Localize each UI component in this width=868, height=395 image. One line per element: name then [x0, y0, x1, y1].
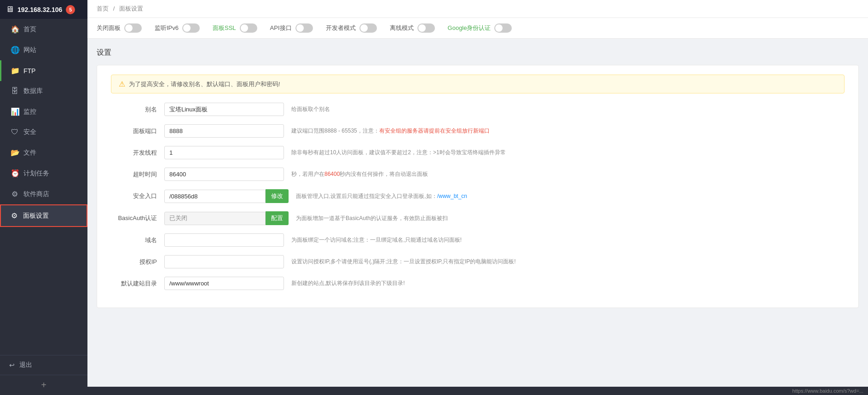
hint-domain: 为面板绑定一个访问域名;注意：一旦绑定域名,只能通过域名访问面板! — [291, 236, 845, 244]
logout-icon: ↩ — [9, 361, 15, 369]
home-icon: 🏠 — [11, 25, 19, 34]
input-default-dir[interactable] — [164, 277, 284, 290]
sidebar-label-monitor: 监控 — [23, 108, 36, 116]
logout-label: 退出 — [19, 361, 32, 369]
sidebar-label-appstore: 软件商店 — [23, 190, 49, 198]
toggle-switch-ipv6[interactable] — [182, 23, 200, 33]
toggle-label-api: API接口 — [270, 24, 292, 32]
hint-timeout: 秒，若用户在86400秒内没有任何操作，将自动退出面板 — [291, 170, 845, 178]
ftp-icon: 📁 — [11, 66, 19, 75]
sidebar-item-security[interactable]: 🛡 安全 — [0, 122, 87, 142]
sidebar-item-monitor[interactable]: 📊 监控 — [0, 101, 87, 122]
warning-icon: ⚠ — [119, 80, 125, 88]
store-icon: ⚙ — [11, 190, 19, 198]
toggle-close-panel: 关闭面板 — [97, 23, 142, 33]
form-row-basicauth: BasicAuth认证 配置 为面板增加一道基于BasicAuth的认证服务，有… — [111, 211, 845, 225]
status-bar: https://www.baidu.com/s?wd=... — [87, 387, 868, 395]
label-security-entry: 安全入口 — [111, 192, 157, 200]
hint-timeout-highlight: 86400 — [324, 171, 340, 177]
sidebar-label-security: 安全 — [23, 128, 36, 136]
input-domain[interactable] — [164, 233, 284, 247]
label-alias: 别名 — [111, 105, 157, 114]
add-button[interactable]: + — [0, 375, 87, 395]
toggle-devmode: 开发者模式 — [326, 23, 377, 33]
sidebar-nav: 🏠 首页 🌐 网站 📁 FTP 🗄 数据库 📊 监控 🛡 安全 📂 文件 ⏰ — [0, 19, 87, 355]
basicauth-group: 配置 — [164, 211, 289, 225]
toggle-switch-ssl[interactable] — [240, 23, 257, 33]
sidebar-label-website: 网站 — [23, 46, 36, 54]
alert-warning: ⚠ 为了提高安全，请修改别名、默认端口、面板用户和密码! — [111, 75, 845, 93]
toggle-switch-devmode[interactable] — [359, 23, 377, 33]
breadcrumb-current: 面板设置 — [119, 5, 143, 12]
label-threads: 开发线程 — [111, 149, 157, 157]
settings-title: 设置 — [97, 48, 859, 58]
form-row-default-dir: 默认建站目录 新创建的站点,默认将保存到该目录的下级目录! — [111, 277, 845, 290]
sidebar-label-panel-settings: 面板设置 — [23, 212, 49, 220]
config-basicauth-button[interactable]: 配置 — [266, 211, 289, 225]
form-row-port: 面板端口 建议端口范围8888 - 65535，注意：有安全组的服务器请提前在安… — [111, 124, 845, 138]
sidebar: 🖥 192.168.32.106 5 🏠 首页 🌐 网站 📁 FTP 🗄 数据库… — [0, 0, 87, 395]
label-basicauth: BasicAuth认证 — [111, 214, 157, 222]
form-row-alias: 别名 给面板取个别名 — [111, 103, 845, 116]
toggle-google-auth: Google身份认证 — [448, 23, 512, 33]
sidebar-label-crontab: 计划任务 — [23, 169, 49, 178]
sidebar-item-database[interactable]: 🗄 数据库 — [0, 81, 87, 101]
settings-icon: ⚙ — [10, 211, 18, 220]
label-timeout: 超时时间 — [111, 170, 157, 179]
toggle-label-ipv6: 监听IPv6 — [155, 24, 179, 32]
sidebar-label-home: 首页 — [23, 25, 36, 34]
alert-text: 为了提高安全，请修改别名、默认端口、面板用户和密码! — [129, 80, 280, 88]
form-row-timeout: 超时时间 秒，若用户在86400秒内没有任何操作，将自动退出面板 — [111, 168, 845, 181]
sidebar-item-home[interactable]: 🏠 首页 — [0, 19, 87, 40]
toggle-label-ssl: 面板SSL — [213, 24, 236, 32]
sidebar-item-appstore[interactable]: ⚙ 软件商店 — [0, 184, 87, 204]
input-auth-ip[interactable] — [164, 255, 284, 268]
security-entry-group: 修改 — [164, 189, 289, 203]
input-port[interactable] — [164, 124, 284, 138]
toggle-api: API接口 — [270, 23, 313, 33]
sidebar-item-panel-settings[interactable]: ⚙ 面板设置 — [0, 204, 87, 227]
breadcrumb: 首页 / 面板设置 — [87, 0, 868, 18]
toggle-offline: 离线模式 — [390, 23, 435, 33]
sidebar-label-database: 数据库 — [23, 87, 43, 95]
toggle-switch-offline[interactable] — [417, 23, 435, 33]
input-alias[interactable] — [164, 103, 284, 116]
sidebar-item-website[interactable]: 🌐 网站 — [0, 40, 87, 60]
hint-default-dir: 新创建的站点,默认将保存到该目录的下级目录! — [291, 279, 845, 287]
folder-icon: 📂 — [11, 148, 19, 157]
breadcrumb-home[interactable]: 首页 — [97, 5, 109, 12]
settings-card: ⚠ 为了提高安全，请修改别名、默认端口、面板用户和密码! 别名 给面板取个别名 … — [97, 65, 859, 308]
input-timeout[interactable] — [164, 168, 284, 181]
sidebar-item-ftp[interactable]: 📁 FTP — [0, 60, 87, 81]
form-row-security-entry: 安全入口 修改 面板管理入口,设置后只能通过指定安全入口登录面板,如：/www_… — [111, 189, 845, 203]
label-auth-ip: 授权IP — [111, 258, 157, 266]
input-security-entry[interactable] — [164, 190, 266, 203]
notification-badge: 5 — [66, 5, 75, 14]
sidebar-label-ftp: FTP — [23, 67, 35, 75]
toggle-switch-google-auth[interactable] — [494, 23, 512, 33]
settings-content: 设置 ⚠ 为了提高安全，请修改别名、默认端口、面板用户和密码! 别名 给面板取个… — [87, 39, 868, 387]
input-threads[interactable] — [164, 146, 284, 159]
toggle-switch-api[interactable] — [295, 23, 313, 33]
server-ip: 192.168.32.106 — [17, 6, 62, 13]
topbar-toggles: 关闭面板 监听IPv6 面板SSL API接口 开发者模式 离线模式 Googl… — [87, 18, 868, 39]
hint-basicauth: 为面板增加一道基于BasicAuth的认证服务，有效防止面板被扫 — [296, 215, 845, 222]
monitor-icon: 📊 — [11, 107, 19, 116]
logout-item[interactable]: ↩ 退出 — [0, 355, 87, 375]
toggle-switch-close-panel[interactable] — [124, 23, 142, 33]
modify-security-button[interactable]: 修改 — [266, 189, 289, 203]
input-basicauth — [164, 212, 266, 225]
label-default-dir: 默认建站目录 — [111, 279, 157, 288]
monitor-icon: 🖥 — [6, 5, 14, 14]
toggle-label-close-panel: 关闭面板 — [97, 24, 121, 32]
globe-icon: 🌐 — [11, 46, 19, 54]
sidebar-item-crontab[interactable]: ⏰ 计划任务 — [0, 163, 87, 184]
label-port: 面板端口 — [111, 127, 157, 135]
hint-alias: 给面板取个别名 — [291, 105, 845, 113]
sidebar-item-files[interactable]: 📂 文件 — [0, 142, 87, 163]
toggle-ssl: 面板SSL — [213, 23, 257, 33]
breadcrumb-sep: / — [113, 5, 115, 12]
hint-security-entry: 面板管理入口,设置后只能通过指定安全入口登录面板,如：/www_bt_cn — [296, 192, 845, 200]
toggle-label-devmode: 开发者模式 — [326, 24, 356, 32]
main-content: 首页 / 面板设置 关闭面板 监听IPv6 面板SSL API接口 开发者模式 … — [87, 0, 868, 395]
